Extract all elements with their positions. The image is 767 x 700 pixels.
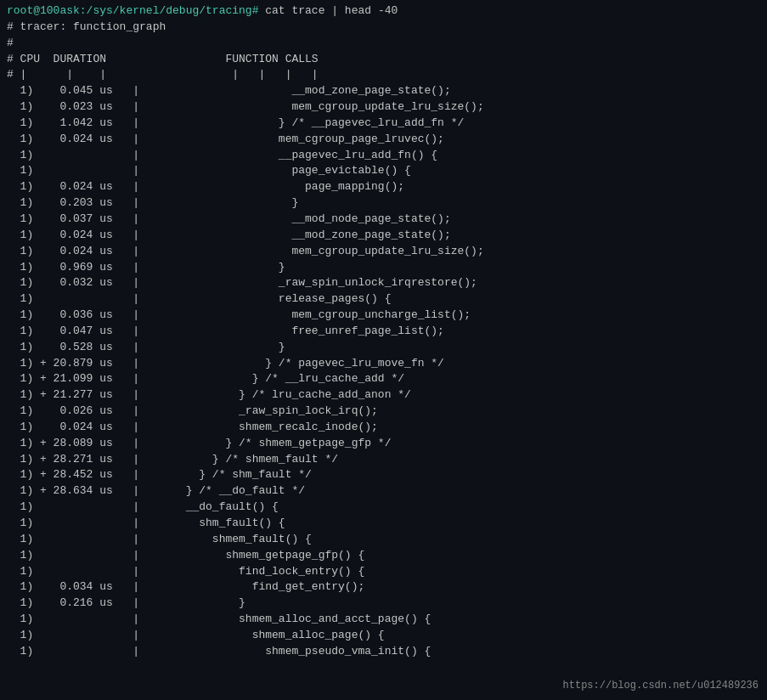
- watermark: https://blog.csdn.net/u012489236: [563, 680, 759, 692]
- terminal-line: 1) 0.047 us | free_unref_page_list();: [7, 324, 760, 340]
- terminal-line: 1) 0.024 us | mem_cgroup_update_lru_size…: [7, 244, 760, 260]
- terminal-line: 1) | shmem_alloc_and_acct_page() {: [7, 612, 760, 628]
- terminal-output: # tracer: function_graph## CPU DURATION …: [7, 20, 760, 660]
- terminal-line: 1) 0.969 us | }: [7, 260, 760, 276]
- terminal-line: 1) 0.528 us | }: [7, 340, 760, 356]
- command-line: root@100ask:/sys/kernel/debug/tracing# c…: [7, 3, 760, 20]
- terminal-line: 1) 0.026 us | _raw_spin_lock_irq();: [7, 404, 760, 420]
- terminal-line: 1) 1.042 us | } /* __pagevec_lru_add_fn …: [7, 116, 760, 132]
- terminal-line: 1) 0.024 us | __mod_zone_page_state();: [7, 228, 760, 244]
- terminal-line: 1) | __pagevec_lru_add_fn() {: [7, 148, 760, 164]
- terminal-line: 1) 0.024 us | mem_cgroup_page_lruvec();: [7, 132, 760, 148]
- terminal-line: 1) 0.032 us | _raw_spin_unlock_irqrestor…: [7, 275, 760, 291]
- terminal-line: 1) | shm_fault() {: [7, 516, 760, 532]
- terminal-line: #: [7, 36, 760, 52]
- shell-command: cat trace | head -40: [258, 3, 398, 20]
- terminal-line: 1) + 28.452 us | } /* shm_fault */: [7, 467, 760, 483]
- terminal-line: 1) 0.037 us | __mod_node_page_state();: [7, 212, 760, 228]
- terminal-line: 1) 0.023 us | mem_cgroup_update_lru_size…: [7, 99, 760, 116]
- terminal-window: root@100ask:/sys/kernel/debug/tracing# c…: [0, 0, 767, 700]
- terminal-line: 1) + 21.099 us | } /* __lru_cache_add */: [7, 371, 760, 387]
- terminal-line: 1) 0.045 us | __mod_zone_page_state();: [7, 83, 760, 99]
- terminal-line: 1) + 28.089 us | } /* shmem_getpage_gfp …: [7, 436, 760, 452]
- terminal-line: 1) | release_pages() {: [7, 291, 760, 308]
- terminal-line: 1) + 21.277 us | } /* lru_cache_add_anon…: [7, 387, 760, 404]
- terminal-line: 1) | page_evictable() {: [7, 163, 760, 179]
- terminal-line: 1) | shmem_alloc_page() {: [7, 628, 760, 644]
- terminal-line: 1) | shmem_getpage_gfp() {: [7, 548, 760, 564]
- terminal-line: 1) + 28.271 us | } /* shmem_fault */: [7, 452, 760, 468]
- terminal-line: 1) 0.203 us | }: [7, 195, 760, 212]
- terminal-line: 1) | __do_fault() {: [7, 500, 760, 516]
- terminal-line: # tracer: function_graph: [7, 20, 760, 36]
- terminal-line: 1) + 28.634 us | } /* __do_fault */: [7, 483, 760, 500]
- terminal-line: 1) 0.216 us | }: [7, 596, 760, 612]
- terminal-line: 1) 0.024 us | shmem_recalc_inode();: [7, 420, 760, 436]
- terminal-line: # | | | | | | |: [7, 67, 760, 83]
- terminal-line: # CPU DURATION FUNCTION CALLS: [7, 52, 760, 68]
- terminal-line: 1) 0.036 us | mem_cgroup_uncharge_list()…: [7, 308, 760, 324]
- terminal-line: 1) 0.034 us | find_get_entry();: [7, 579, 760, 596]
- terminal-line: 1) + 20.879 us | } /* pagevec_lru_move_f…: [7, 356, 760, 372]
- terminal-line: 1) | find_lock_entry() {: [7, 564, 760, 580]
- terminal-line: 1) | shmem_pseudo_vma_init() {: [7, 644, 760, 660]
- shell-prompt: root@100ask:/sys/kernel/debug/tracing#: [7, 3, 258, 20]
- terminal-line: 1) | shmem_fault() {: [7, 532, 760, 548]
- terminal-line: 1) 0.024 us | page_mapping();: [7, 179, 760, 195]
